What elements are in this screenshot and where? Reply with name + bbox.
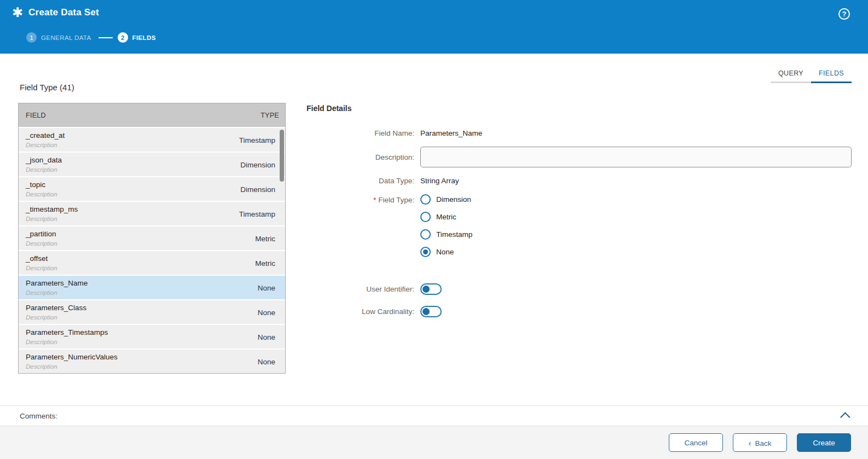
user-identifier-row: User Identifier:: [306, 283, 852, 295]
field-row[interactable]: _json_data Description Dimension: [19, 152, 285, 176]
field-name: _json_data: [26, 156, 269, 164]
field-name-value: Parameters_Name: [420, 129, 482, 137]
field-type-radio-option[interactable]: None: [420, 247, 472, 257]
field-name: _timestamp_ms: [26, 205, 269, 213]
field-type-value: Metric: [255, 234, 275, 242]
create-button[interactable]: Create: [797, 433, 851, 452]
field-name-label: Field Name:: [306, 129, 414, 137]
description-input[interactable]: [420, 147, 852, 167]
step-indicator: 1 GENERAL DATA 2 FIELDS: [26, 32, 156, 43]
step-number-badge: 2: [118, 32, 128, 43]
field-row[interactable]: _created_at Description Timestamp: [19, 127, 285, 152]
help-icon[interactable]: ?: [838, 8, 850, 20]
wizard-header: ✱ Create Data Set ? 1 GENERAL DATA 2 FIE…: [0, 0, 868, 54]
field-row[interactable]: _topic Description Dimension: [19, 176, 285, 201]
data-type-label: Data Type:: [306, 177, 414, 185]
field-description-placeholder: Description: [26, 166, 269, 173]
step-connector-line: [99, 37, 113, 38]
field-rows-viewport: _created_at Description Timestamp _json_…: [19, 127, 285, 373]
cancel-button[interactable]: Cancel: [669, 433, 723, 452]
field-description-placeholder: Description: [26, 240, 269, 247]
comments-bar: Comments:: [0, 405, 868, 426]
list-scrollbar-thumb[interactable]: [280, 130, 284, 182]
step-label: GENERAL DATA: [41, 34, 91, 41]
radio-option-label: Timestamp: [436, 230, 472, 239]
back-chevron-icon: ‹: [748, 438, 751, 448]
description-label: Description:: [306, 153, 414, 161]
field-row[interactable]: Parameters_Timestamps Description None: [19, 324, 285, 348]
field-name: Parameters_Timestamps: [26, 328, 269, 336]
view-tabs: QUERY FIELDS: [771, 66, 852, 83]
field-details-heading: Field Details: [306, 104, 852, 113]
tab-query[interactable]: QUERY: [771, 66, 811, 83]
field-type-value: None: [258, 333, 275, 341]
user-identifier-label: User Identifier:: [306, 285, 414, 293]
field-description-placeholder: Description: [26, 339, 269, 345]
low-cardinality-toggle[interactable]: [420, 306, 442, 317]
user-identifier-toggle[interactable]: [420, 283, 442, 295]
radio-option-label: Dimension: [436, 195, 471, 204]
field-description-placeholder: Description: [26, 314, 269, 321]
field-type-value: None: [258, 283, 275, 292]
step-label: FIELDS: [132, 34, 156, 41]
back-button[interactable]: ‹Back: [733, 433, 787, 452]
column-header-field: FIELD: [26, 112, 46, 119]
field-name: _offset: [26, 254, 269, 263]
radio-option-label: Metric: [436, 213, 456, 221]
low-cardinality-label: Low Cardinality:: [306, 307, 414, 316]
field-type-value: Metric: [255, 259, 275, 267]
field-description-placeholder: Description: [26, 191, 269, 197]
field-name: _created_at: [26, 131, 269, 140]
step-fields[interactable]: 2 FIELDS: [118, 32, 156, 43]
field-row[interactable]: _partition Description Metric: [19, 225, 285, 250]
field-name: Parameters_NumericValues: [26, 353, 269, 361]
field-row[interactable]: Parameters_Class Description None: [19, 299, 285, 324]
field-type-radio-group: Dimension Metric Timestamp None: [420, 194, 472, 264]
radio-icon: [420, 194, 431, 205]
field-type-radio-option[interactable]: Dimension: [420, 194, 472, 205]
data-type-row: Data Type: String Array: [306, 177, 852, 185]
tab-fields[interactable]: FIELDS: [811, 66, 852, 83]
page-title: Create Data Set: [28, 7, 99, 18]
field-row[interactable]: Parameters_NumericValues Description Non…: [19, 348, 285, 373]
field-type-value: Dimension: [240, 185, 275, 193]
step-general-data[interactable]: 1 GENERAL DATA: [26, 32, 91, 43]
field-type-value: None: [258, 308, 275, 316]
asterisk-icon: ✱: [12, 7, 23, 19]
field-list: FIELD TYPE _created_at Description Times…: [18, 103, 286, 374]
field-name: Parameters_Name: [26, 279, 269, 287]
create-data-set-page: ✱ Create Data Set ? 1 GENERAL DATA 2 FIE…: [0, 0, 868, 459]
field-row[interactable]: _timestamp_ms Description Timestamp: [19, 201, 285, 225]
radio-icon: [420, 247, 431, 257]
low-cardinality-row: Low Cardinality:: [306, 306, 852, 317]
field-type-value: Timestamp: [239, 210, 275, 218]
comments-label: Comments:: [20, 412, 57, 420]
field-type-value: Timestamp: [239, 136, 275, 144]
field-row[interactable]: Parameters_Name Description None: [19, 275, 285, 299]
toggle-knob: [423, 308, 430, 315]
field-description-placeholder: Description: [26, 142, 269, 148]
column-header-type: TYPE: [261, 112, 279, 119]
field-row[interactable]: _offset Description Metric: [19, 250, 285, 275]
field-description-placeholder: Description: [26, 265, 269, 271]
field-name: _partition: [26, 230, 269, 238]
field-type-radio-option[interactable]: Metric: [420, 212, 472, 222]
radio-icon: [420, 229, 431, 240]
required-marker: *: [373, 196, 376, 204]
chevron-up-icon[interactable]: [840, 412, 850, 422]
field-details-panel: Field Details Field Name: Parameters_Nam…: [306, 104, 852, 328]
field-type-row: *Field Type: Dimension Metric Timestamp: [306, 194, 852, 264]
toggle-knob: [423, 286, 430, 293]
field-list-header: FIELD TYPE: [19, 103, 285, 127]
description-row: Description:: [306, 147, 852, 167]
footer-action-bar: Cancel ‹Back Create: [0, 426, 868, 459]
field-description-placeholder: Description: [26, 289, 269, 296]
field-type-label: *Field Type:: [306, 196, 414, 204]
radio-icon: [420, 212, 431, 222]
radio-option-label: None: [436, 248, 454, 256]
field-name-row: Field Name: Parameters_Name: [306, 129, 852, 137]
field-type-radio-option[interactable]: Timestamp: [420, 229, 472, 240]
step-number-badge: 1: [26, 32, 37, 43]
field-name: _topic: [26, 181, 269, 189]
data-type-value: String Array: [420, 177, 459, 185]
